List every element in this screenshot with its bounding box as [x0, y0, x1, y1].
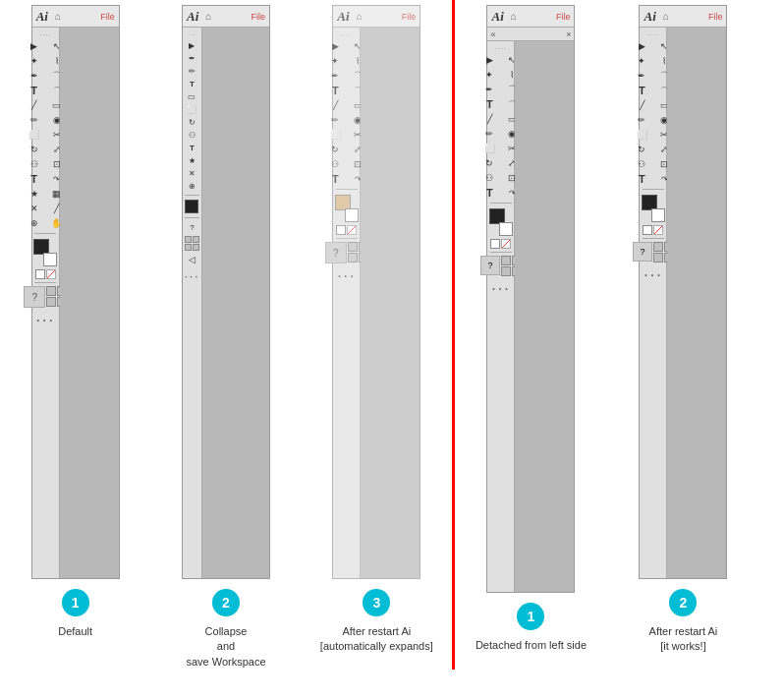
- home-icon-2[interactable]: ⌂: [201, 10, 215, 24]
- none-r2[interactable]: [643, 225, 652, 235]
- line-r2[interactable]: ╱: [631, 98, 652, 112]
- none-r1b[interactable]: [501, 239, 511, 249]
- question-2[interactable]: ?: [184, 221, 199, 233]
- puppet-tool[interactable]: ⚇: [24, 157, 45, 171]
- more-r1[interactable]: ···: [491, 280, 510, 298]
- brush-tool-2[interactable]: ✏: [184, 65, 199, 77]
- eyedropper-tool[interactable]: ✕: [24, 202, 45, 215]
- brush-r2[interactable]: ✏: [631, 113, 652, 127]
- er-tool-3[interactable]: ⬜: [324, 128, 346, 142]
- pen-r1[interactable]: ✒: [478, 83, 500, 96]
- home-icon-r1[interactable]: ⌂: [507, 10, 521, 24]
- sel-tool-3[interactable]: ▶: [324, 39, 346, 53]
- mbr2-1[interactable]: [653, 242, 663, 252]
- brush-tool-3[interactable]: ✏: [324, 113, 346, 127]
- file-label-1[interactable]: File: [100, 12, 115, 22]
- close-icon-r1[interactable]: ×: [566, 29, 571, 39]
- sel-r2[interactable]: ▶: [631, 39, 652, 53]
- home-icon-r2[interactable]: ⌂: [659, 10, 673, 24]
- mb-2-3[interactable]: [185, 244, 192, 251]
- pup-tool-3[interactable]: ⚇: [324, 157, 346, 171]
- more-r2[interactable]: ···: [644, 266, 662, 284]
- type-tool[interactable]: T: [24, 84, 45, 97]
- line-r1[interactable]: ╱: [478, 112, 500, 126]
- stroke-swatch[interactable]: [43, 253, 57, 266]
- type3-tool-2[interactable]: T: [184, 142, 199, 153]
- mbr2-3[interactable]: [653, 253, 663, 262]
- color-swatch-area[interactable]: [33, 239, 57, 266]
- rot-r1[interactable]: ↻: [478, 156, 500, 170]
- none-r2b[interactable]: [653, 225, 663, 235]
- mbr1-3[interactable]: [501, 266, 511, 276]
- mw-r2[interactable]: ✦: [631, 54, 652, 68]
- mb3-1[interactable]: [348, 242, 358, 252]
- eraser-tool-2[interactable]: ⬜: [184, 103, 199, 115]
- eye-tool-2[interactable]: ✕: [184, 167, 199, 179]
- type-r2[interactable]: T: [631, 84, 652, 97]
- file-label-3[interactable]: File: [402, 12, 417, 22]
- er-r2[interactable]: ⬜: [631, 128, 652, 142]
- pen-tool[interactable]: ✒: [24, 69, 45, 83]
- symbol-tool[interactable]: ★: [24, 187, 45, 201]
- stroke-r2[interactable]: [651, 208, 665, 222]
- symbol-tool-2[interactable]: ★: [184, 154, 199, 166]
- type2-tool[interactable]: T: [24, 172, 45, 186]
- file-label-r2[interactable]: File: [708, 12, 723, 22]
- pen-tool-3[interactable]: ✒: [324, 69, 346, 83]
- t2-r1[interactable]: T: [478, 186, 500, 200]
- q-box-3[interactable]: ?: [325, 242, 347, 263]
- zoom-tool[interactable]: ⊕: [24, 216, 45, 230]
- expand-icon-2[interactable]: ◁: [184, 254, 199, 265]
- puppet-tool-2[interactable]: ⚇: [184, 129, 199, 141]
- mb-2-4[interactable]: [193, 244, 199, 251]
- mini-box-1[interactable]: [46, 286, 56, 296]
- sel-r1[interactable]: ▶: [478, 53, 500, 67]
- zoom-tool-2[interactable]: ⊕: [184, 180, 199, 192]
- mb-2-2[interactable]: [193, 236, 199, 243]
- none-sw-3[interactable]: [336, 225, 346, 235]
- pup-r2[interactable]: ⚇: [631, 157, 652, 171]
- pen-tool-2[interactable]: ✒: [184, 52, 199, 64]
- pen-r2[interactable]: ✒: [631, 69, 652, 83]
- collapse-icon-r1[interactable]: «: [490, 29, 495, 39]
- stroke-r1[interactable]: [499, 222, 513, 236]
- er-r1[interactable]: ⬜: [478, 142, 500, 155]
- rot-tool-3[interactable]: ↻: [324, 143, 346, 156]
- cs-r2[interactable]: [642, 195, 665, 222]
- more-tools-button[interactable]: ···: [35, 312, 54, 329]
- t2-tool-3[interactable]: T: [324, 172, 346, 186]
- mb3-3[interactable]: [348, 253, 358, 262]
- home-icon-1[interactable]: ⌂: [51, 10, 65, 24]
- type-r1[interactable]: T: [478, 97, 500, 111]
- q-r1[interactable]: ?: [480, 256, 500, 275]
- none-swatch[interactable]: [35, 269, 45, 279]
- select-tool[interactable]: ▶: [24, 39, 45, 53]
- file-label-2[interactable]: File: [251, 12, 265, 22]
- question-box[interactable]: ?: [24, 286, 45, 308]
- mbr1-1[interactable]: [501, 256, 511, 265]
- rotate-tool-2[interactable]: ↻: [184, 116, 199, 128]
- line-tool[interactable]: ╱: [24, 98, 45, 112]
- mini-box-3[interactable]: [46, 297, 56, 307]
- t2-r2[interactable]: T: [631, 172, 652, 186]
- line-tool-3[interactable]: ╱: [324, 98, 346, 112]
- none-sw-3b[interactable]: [347, 225, 357, 235]
- rot-r2[interactable]: ↻: [631, 143, 652, 156]
- more-tools-3[interactable]: ···: [337, 267, 356, 285]
- q-r2[interactable]: ?: [633, 242, 652, 262]
- brush-r1[interactable]: ✏: [478, 127, 500, 141]
- rotate-tool[interactable]: ↻: [24, 143, 45, 156]
- fill-swatch-2[interactable]: [185, 200, 198, 213]
- home-icon-3[interactable]: ⌂: [353, 10, 366, 24]
- magic-wand-tool[interactable]: ✦: [24, 54, 45, 68]
- eraser-tool[interactable]: ⬜: [24, 128, 45, 142]
- cs-r1[interactable]: [489, 208, 513, 236]
- mw-r1[interactable]: ✦: [478, 68, 500, 82]
- type-tool-3[interactable]: T: [324, 84, 346, 97]
- color-swatch-3[interactable]: [335, 195, 359, 222]
- mw-tool-3[interactable]: ✦: [324, 54, 346, 68]
- none-r1[interactable]: [490, 239, 500, 249]
- none-swatch2[interactable]: [46, 269, 56, 279]
- pup-r1[interactable]: ⚇: [478, 171, 500, 185]
- select-tool-2[interactable]: ▶: [184, 39, 199, 51]
